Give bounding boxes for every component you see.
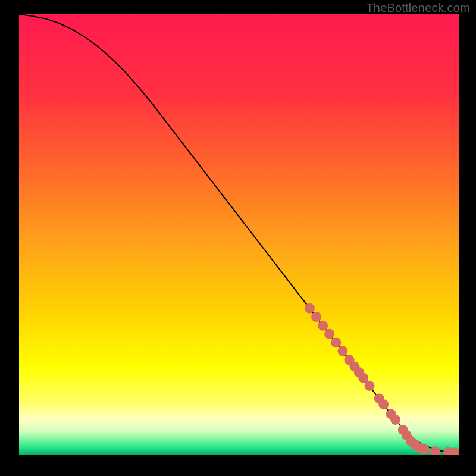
data-point-marker	[318, 321, 328, 331]
data-point-marker	[358, 373, 368, 383]
data-point-marker	[305, 303, 315, 314]
data-point-marker	[311, 312, 321, 322]
data-point-marker	[419, 444, 429, 455]
data-point-marker	[324, 329, 334, 339]
data-point-marker	[337, 346, 347, 356]
chart-svg	[19, 14, 459, 455]
data-point-marker	[390, 415, 400, 425]
watermark-text: TheBottleneck.com	[366, 1, 470, 15]
data-point-marker	[365, 381, 375, 391]
data-point-marker	[331, 338, 341, 348]
gradient-background	[19, 14, 459, 455]
plot-area	[19, 14, 459, 455]
chart-stage: TheBottleneck.com	[0, 0, 476, 476]
data-point-marker	[378, 399, 389, 409]
